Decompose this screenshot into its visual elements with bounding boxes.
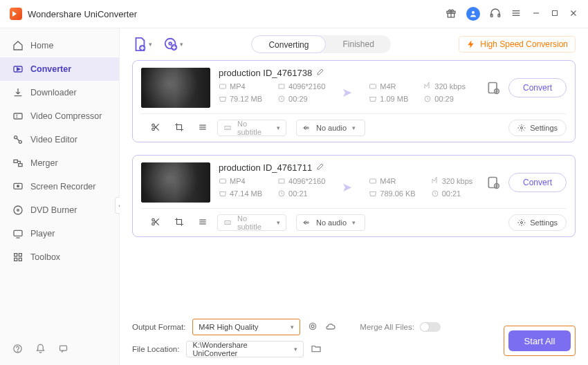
- video-thumbnail[interactable]: [141, 68, 210, 108]
- effects-icon[interactable]: [198, 217, 208, 229]
- audio-select[interactable]: No audio▾: [296, 214, 365, 231]
- sidebar: Home Converter Downloader Video Compress…: [0, 28, 120, 365]
- help-icon[interactable]: [12, 344, 23, 356]
- sidebar-item-merger[interactable]: Merger: [0, 151, 119, 175]
- item-settings-button[interactable]: Settings: [508, 120, 567, 136]
- svg-point-36: [169, 42, 172, 45]
- src-size: 79.12 MB: [230, 95, 262, 103]
- svg-point-70: [311, 325, 314, 328]
- subtitle-select[interactable]: No subtitle▾: [217, 120, 286, 136]
- close-icon[interactable]: [569, 8, 578, 20]
- src-duration: 00:21: [288, 189, 308, 198]
- video-thumbnail[interactable]: [141, 162, 210, 203]
- arrow-icon: ➤: [340, 85, 353, 100]
- cloud-icon[interactable]: [325, 321, 336, 334]
- file-name: production ID_4761738: [219, 68, 312, 78]
- menu-icon[interactable]: [511, 8, 522, 21]
- svg-rect-20: [19, 164, 22, 167]
- user-avatar[interactable]: [466, 7, 480, 21]
- svg-marker-14: [17, 68, 20, 71]
- feedback-icon[interactable]: [58, 344, 68, 356]
- svg-point-61: [152, 218, 155, 221]
- arrow-icon: ➤: [340, 180, 353, 195]
- audio-select[interactable]: No audio▾: [296, 120, 365, 136]
- minimize-icon[interactable]: [531, 8, 541, 20]
- svg-point-62: [152, 223, 155, 225]
- app-logo: [10, 8, 22, 20]
- support-icon[interactable]: [490, 8, 501, 21]
- file-name: production ID_4761711: [219, 162, 312, 173]
- sidebar-item-dvd[interactable]: DVD Burner: [0, 198, 119, 222]
- merge-toggle[interactable]: [420, 322, 441, 332]
- svg-rect-30: [19, 258, 21, 261]
- output-format-select[interactable]: M4R High Quality▾: [192, 319, 300, 335]
- add-dvd-button[interactable]: ▾: [163, 37, 183, 52]
- sidebar-item-downloader[interactable]: Downloader: [0, 81, 119, 104]
- svg-rect-39: [279, 84, 284, 88]
- sidebar-item-compressor[interactable]: Video Compressor: [0, 104, 119, 128]
- convert-button[interactable]: Convert: [508, 78, 567, 97]
- conversion-item: production ID_4761738 MP4 79.12 MB 4096*…: [132, 60, 576, 142]
- toolbar: ▾ ▾ Converting Finished High Speed Conve…: [132, 28, 576, 60]
- trim-icon[interactable]: [151, 122, 160, 134]
- edit-name-icon[interactable]: [316, 162, 324, 173]
- svg-rect-38: [220, 84, 226, 88]
- sidebar-item-converter[interactable]: Converter: [0, 57, 119, 81]
- sidebar-label: Screen Recorder: [30, 182, 96, 191]
- add-file-button[interactable]: ▾: [132, 37, 152, 52]
- sidebar-label: Downloader: [30, 88, 77, 97]
- svg-point-32: [17, 351, 18, 352]
- effects-icon[interactable]: [198, 122, 208, 134]
- convert-button[interactable]: Convert: [508, 173, 567, 192]
- svg-rect-59: [488, 178, 497, 188]
- svg-rect-28: [19, 254, 21, 256]
- src-duration: 00:29: [288, 95, 308, 103]
- bell-icon[interactable]: [35, 344, 46, 356]
- gear-option-icon[interactable]: [307, 321, 318, 334]
- svg-rect-41: [370, 84, 376, 88]
- edit-name-icon[interactable]: [316, 68, 324, 78]
- chevron-down-icon: ▾: [149, 41, 152, 48]
- open-folder-icon[interactable]: [311, 343, 322, 356]
- sidebar-item-player[interactable]: Player: [0, 222, 119, 245]
- tab-converting[interactable]: Converting: [251, 35, 326, 53]
- sidebar-label: DVD Burner: [30, 205, 77, 215]
- sidebar-bottom: [0, 334, 119, 365]
- svg-rect-43: [488, 83, 497, 93]
- output-preset-icon[interactable]: [486, 80, 500, 95]
- svg-rect-19: [14, 160, 17, 162]
- crop-icon[interactable]: [174, 217, 184, 229]
- svg-point-53: [521, 127, 523, 129]
- svg-rect-29: [15, 258, 17, 261]
- sidebar-item-editor[interactable]: Video Editor: [0, 128, 119, 151]
- status-tabs: Converting Finished: [251, 35, 390, 53]
- gift-icon[interactable]: [445, 8, 457, 21]
- sidebar-item-recorder[interactable]: Screen Recorder: [0, 175, 119, 198]
- file-location-select[interactable]: K:\Wondershare UniConverter▾: [186, 341, 304, 357]
- svg-point-69: [521, 222, 523, 224]
- dst-duration: 00:21: [442, 189, 461, 198]
- sidebar-label: Video Compressor: [30, 111, 102, 121]
- output-preset-icon[interactable]: [486, 175, 500, 190]
- svg-rect-27: [15, 254, 17, 256]
- svg-rect-55: [279, 179, 284, 183]
- high-speed-conversion[interactable]: High Speed Conversion: [459, 36, 576, 53]
- trim-icon[interactable]: [151, 217, 160, 229]
- tab-finished[interactable]: Finished: [326, 35, 390, 53]
- subtitle-select[interactable]: No subtitle▾: [217, 214, 286, 231]
- crop-icon[interactable]: [174, 122, 184, 134]
- svg-rect-25: [14, 230, 22, 236]
- sidebar-label: Player: [30, 229, 55, 238]
- app-title: Wondershare UniConverter: [28, 9, 137, 19]
- sidebar-item-toolbox[interactable]: Toolbox: [0, 245, 119, 269]
- chevron-down-icon: ▾: [180, 41, 183, 48]
- dst-bitrate: 320 kbps: [442, 177, 473, 185]
- merge-label: Merge All Files:: [360, 323, 414, 331]
- sidebar-label: Merger: [30, 158, 58, 168]
- sidebar-item-home[interactable]: Home: [0, 34, 119, 57]
- item-settings-button[interactable]: Settings: [508, 214, 567, 231]
- dst-bitrate: 320 kbps: [434, 82, 466, 91]
- titlebar: Wondershare UniConverter: [0, 0, 588, 28]
- start-all-button[interactable]: Start All: [508, 330, 571, 351]
- maximize-icon[interactable]: [551, 9, 559, 19]
